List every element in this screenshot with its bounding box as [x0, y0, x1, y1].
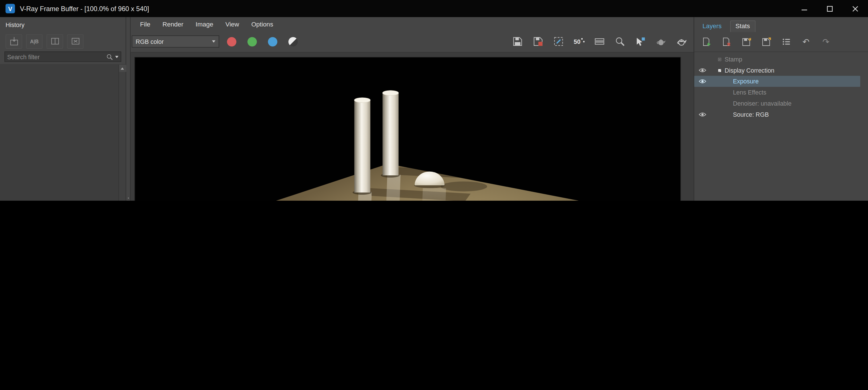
search-icon [106, 54, 113, 60]
save-all-channels-button[interactable] [531, 35, 545, 48]
layer-label: Exposure [733, 78, 758, 85]
save-to-history-button[interactable] [5, 34, 22, 49]
history-list[interactable] [0, 65, 119, 201]
layer-label: Stamp [725, 56, 742, 62]
left-splitter[interactable] [126, 17, 131, 201]
test-resolution-icon: 50 [574, 38, 584, 45]
delete-layer-icon [722, 37, 731, 46]
visibility-eye-icon[interactable] [699, 78, 706, 84]
split-view-icon [50, 36, 60, 46]
denoiser-icon [713, 99, 730, 108]
history-panel-title: History [0, 17, 126, 32]
redo-button[interactable]: ↷ [818, 34, 834, 49]
pan-zoom-button[interactable] [613, 35, 627, 48]
exposure-layer-icon [713, 77, 730, 86]
menu-options[interactable]: Options [245, 17, 279, 31]
layers-panel: Layers Stats [694, 17, 868, 201]
teapot-icon [656, 36, 666, 46]
menu-bar: File Render Image View Options [131, 17, 694, 31]
set-a-button[interactable] [46, 34, 63, 49]
chevron-down-icon [212, 40, 216, 43]
stamp-layer-icon [713, 55, 721, 63]
vray-logo-icon: V [5, 4, 15, 13]
menu-image[interactable]: Image [189, 17, 219, 31]
render-viewport [134, 57, 681, 201]
add-layer-icon [702, 37, 711, 46]
tab-stats[interactable]: Stats [730, 21, 755, 32]
save-icon [513, 36, 523, 46]
splitter-grip-icon [128, 197, 129, 198]
render-image[interactable] [135, 58, 680, 201]
minimize-icon [801, 5, 808, 12]
window-controls [792, 0, 868, 17]
search-options-caret-icon[interactable] [115, 56, 119, 58]
history-search-box [5, 52, 121, 62]
dome-shadow [440, 181, 487, 191]
save-all-channels-icon [533, 36, 543, 46]
delete-layer-button[interactable] [718, 34, 734, 49]
load-layer-preset-button[interactable] [758, 34, 774, 49]
green-channel-button[interactable] [247, 37, 257, 46]
mono-alpha-channel-button[interactable] [288, 37, 298, 46]
render-view-area: File Render Image View Options RGB color [131, 17, 694, 201]
save-layer-preset-button[interactable] [738, 34, 754, 49]
layer-row-source-rgb[interactable]: Source: RGB [694, 109, 868, 120]
cylinder-left [354, 98, 370, 192]
region-render-button[interactable] [552, 35, 565, 48]
letterbox-icon [595, 36, 604, 46]
layer-label: Denoiser: unavailable [733, 100, 792, 107]
layer-list-button[interactable] [778, 34, 794, 49]
save-image-button[interactable] [511, 35, 524, 48]
undo-button[interactable]: ↶ [798, 34, 814, 49]
red-channel-button[interactable] [227, 37, 236, 46]
load-preset-icon [762, 37, 771, 46]
save-to-history-icon [9, 36, 19, 46]
arrow-up-icon [121, 67, 124, 69]
layer-row-stamp[interactable]: Stamp [694, 54, 868, 65]
follow-mouse-icon [636, 36, 646, 46]
region-render-icon [554, 36, 564, 46]
letterbox-button[interactable] [593, 35, 606, 48]
teapot-outline-icon [676, 36, 686, 46]
layer-row-exposure[interactable]: Exposure [694, 76, 860, 87]
save-preset-icon [742, 37, 751, 46]
add-layer-button[interactable] [699, 34, 714, 49]
minimize-button[interactable] [792, 0, 817, 17]
menu-view[interactable]: View [219, 17, 245, 31]
menu-render[interactable]: Render [156, 17, 189, 31]
magnifier-icon [615, 36, 625, 46]
remove-history-icon [71, 36, 80, 46]
history-scrollbar[interactable] [119, 65, 126, 201]
remove-history-button[interactable] [67, 34, 84, 49]
vray-frame-buffer-window: V V-Ray Frame Buffer - [100.0% of 960 x … [0, 0, 868, 201]
list-icon [781, 37, 791, 46]
history-search-input[interactable] [7, 54, 106, 60]
scroll-up-button[interactable] [119, 65, 126, 72]
blue-channel-button[interactable] [268, 37, 277, 46]
percent-icon [581, 38, 584, 44]
visibility-eye-icon[interactable] [699, 112, 706, 117]
channel-selector-dropdown[interactable]: RGB color [132, 35, 219, 47]
panel-tabs: Layers Stats [694, 17, 868, 32]
maximize-button[interactable] [817, 0, 842, 17]
redo-icon: ↷ [823, 38, 829, 46]
test-resolution-button[interactable]: 50 [572, 35, 586, 48]
layer-tree: Stamp Display C [694, 52, 868, 201]
menu-file[interactable]: File [134, 17, 156, 31]
layer-row-denoiser[interactable]: Denoiser: unavailable [694, 98, 868, 109]
ab-compare-button[interactable]: A|B [26, 34, 42, 49]
follow-mouse-button[interactable] [634, 35, 647, 48]
render-last-button[interactable] [654, 35, 668, 48]
layer-row-lens-effects[interactable]: Lens Effects [694, 87, 868, 98]
main-toolbar: RGB color [131, 31, 694, 53]
layers-toolbar: ↶ ↷ [694, 32, 868, 52]
close-button[interactable] [843, 0, 868, 17]
cylinder-right [382, 91, 398, 175]
tab-layers[interactable]: Layers [698, 21, 726, 32]
layer-label: Lens Effects [733, 89, 766, 96]
layer-label: Source: RGB [733, 111, 769, 118]
stop-render-button[interactable] [675, 35, 688, 48]
maximize-icon [827, 5, 833, 12]
visibility-eye-icon[interactable] [699, 67, 706, 73]
layer-row-display-correction[interactable]: Display Correction [694, 65, 868, 76]
